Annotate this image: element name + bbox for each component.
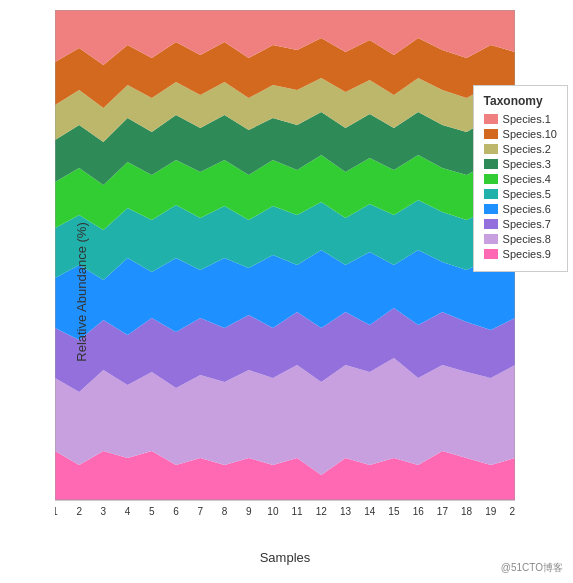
svg-text:5: 5 [149,506,155,517]
svg-text:6: 6 [173,506,179,517]
species1-label: Species.1 [503,113,551,125]
svg-text:7: 7 [198,506,204,517]
area-chart: 0 25 50 75 100 1 2 3 4 5 6 7 8 9 10 11 1… [55,10,515,520]
svg-text:13: 13 [340,506,352,517]
svg-text:10: 10 [267,506,279,517]
svg-text:19: 19 [485,506,497,517]
y-axis-label-div: Relative Abundance (%) [74,222,89,361]
species4-color [484,174,498,184]
svg-text:16: 16 [413,506,425,517]
legend-item-species5: Species.5 [484,188,557,200]
species1-color [484,114,498,124]
legend-item-species4: Species.4 [484,173,557,185]
legend-item-species1: Species.1 [484,113,557,125]
svg-text:15: 15 [388,506,400,517]
svg-text:12: 12 [316,506,328,517]
species9-label: Species.9 [503,248,551,260]
species7-color [484,219,498,229]
svg-text:18: 18 [461,506,473,517]
legend: Taxonomy Species.1 Species.10 Species.2 … [473,85,568,272]
species3-label: Species.3 [503,158,551,170]
svg-text:8: 8 [222,506,228,517]
species5-color [484,189,498,199]
species10-color [484,129,498,139]
legend-item-species10: Species.10 [484,128,557,140]
svg-text:3: 3 [101,506,107,517]
species10-label: Species.10 [503,128,557,140]
legend-item-species3: Species.3 [484,158,557,170]
species7-label: Species.7 [503,218,551,230]
chart-area: 0 25 50 75 100 1 2 3 4 5 6 7 8 9 10 11 1… [55,10,515,540]
legend-item-species7: Species.7 [484,218,557,230]
legend-item-species2: Species.2 [484,143,557,155]
species8-label: Species.8 [503,233,551,245]
chart-container: Relative Abundance (%) [0,0,573,583]
svg-text:1: 1 [55,506,58,517]
x-axis-label: Samples [55,550,515,565]
svg-text:4: 4 [125,506,131,517]
legend-item-species8: Species.8 [484,233,557,245]
svg-text:9: 9 [246,506,252,517]
species9-color [484,249,498,259]
species8-color [484,234,498,244]
species6-color [484,204,498,214]
legend-item-species6: Species.6 [484,203,557,215]
species6-label: Species.6 [503,203,551,215]
species2-color [484,144,498,154]
species2-label: Species.2 [503,143,551,155]
svg-text:20: 20 [509,506,515,517]
species5-label: Species.5 [503,188,551,200]
legend-title: Taxonomy [484,94,557,108]
svg-text:17: 17 [437,506,449,517]
svg-text:2: 2 [76,506,82,517]
species4-label: Species.4 [503,173,551,185]
legend-item-species9: Species.9 [484,248,557,260]
svg-text:11: 11 [292,506,304,517]
svg-text:14: 14 [364,506,376,517]
watermark: @51CTO博客 [501,561,563,575]
species3-color [484,159,498,169]
